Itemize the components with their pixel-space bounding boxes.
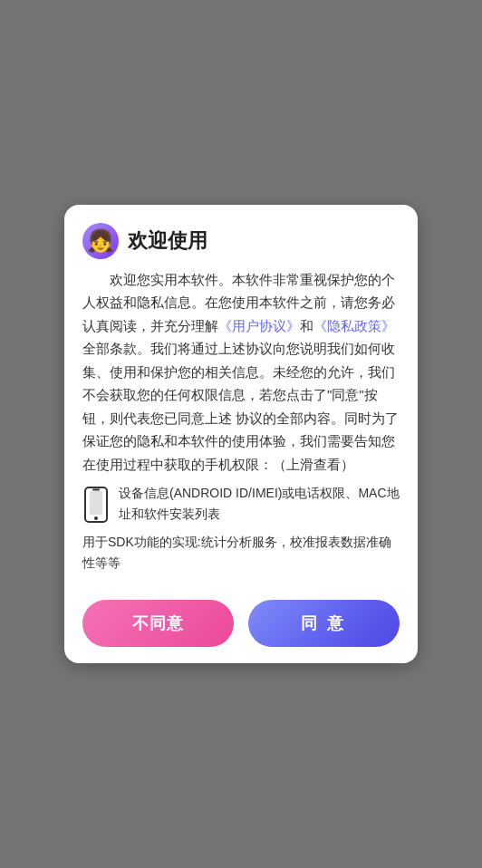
dialog-footer: 不同意 同 意 xyxy=(64,589,418,663)
sdk-text: 用于SDK功能的实现:统计分析服务，校准报表数据准确性等等 xyxy=(82,532,400,573)
svg-rect-3 xyxy=(92,489,100,491)
svg-rect-1 xyxy=(90,491,102,515)
agree-button[interactable]: 同 意 xyxy=(248,600,400,647)
user-agreement-link[interactable]: 《用户协议》 xyxy=(218,318,300,333)
dialog-body: 欢迎您实用本软件。本软件非常重视保护您的个人权益和隐私信息。在您使用本软件之前，… xyxy=(64,268,418,589)
dialog-container: 👧 欢迎使用 欢迎您实用本软件。本软件非常重视保护您的个人权益和隐私信息。在您使… xyxy=(64,205,418,663)
device-info-row: 设备信息(ANDROID ID/IMEI)或电话权限、MAC地址和软件安装列表 xyxy=(82,483,400,525)
overlay: 👧 欢迎使用 欢迎您实用本软件。本软件非常重视保护您的个人权益和隐私信息。在您使… xyxy=(0,0,482,868)
phone-device-icon xyxy=(82,485,110,525)
body-paragraph-1: 欢迎您实用本软件。本软件非常重视保护您的个人权益和隐私信息。在您使用本软件之前，… xyxy=(82,268,400,477)
avatar: 👧 xyxy=(82,223,119,259)
privacy-policy-link[interactable]: 《隐私政策》 xyxy=(313,318,395,333)
svg-point-2 xyxy=(94,516,98,520)
dialog-header: 👧 欢迎使用 xyxy=(64,205,418,268)
disagree-button[interactable]: 不同意 xyxy=(82,600,234,647)
device-info-text: 设备信息(ANDROID ID/IMEI)或电话权限、MAC地址和软件安装列表 xyxy=(119,483,400,524)
dialog-title: 欢迎使用 xyxy=(128,227,207,255)
